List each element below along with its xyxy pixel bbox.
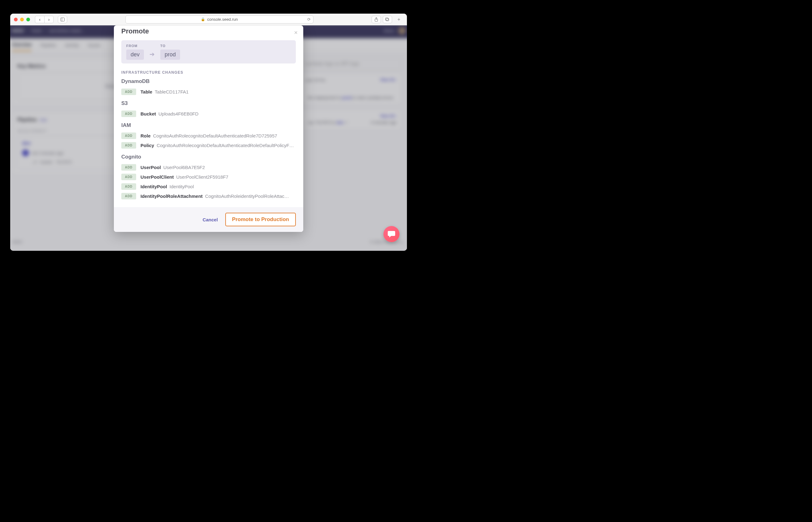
forward-button[interactable]: › [44, 16, 54, 23]
minimize-window-button[interactable] [20, 18, 24, 21]
svg-rect-0 [61, 18, 65, 21]
new-tab-button[interactable]: + [395, 14, 403, 25]
change-row: ADDTableTableCD117FA1 [121, 87, 296, 97]
browser-window: ‹ › 🔒 console.seed.run ⟳ + SEED › [10, 14, 407, 251]
svg-rect-4 [386, 18, 388, 20]
arrow-right-icon: ➔ [149, 51, 155, 58]
window-controls [14, 18, 30, 21]
reload-icon[interactable]: ⟳ [307, 17, 311, 22]
infra-changes-label: INFRASTRUCTURE CHANGES [121, 70, 296, 75]
change-action-badge: ADD [121, 142, 136, 148]
resource-type: UserPool [141, 165, 161, 170]
resource-type: Policy [141, 143, 154, 148]
resource-type: Table [141, 89, 152, 95]
to-label: TO [160, 44, 180, 48]
change-row: ADDUserPoolUserPool6BA7E5F2 [121, 163, 296, 172]
promote-to-production-button[interactable]: Promote to Production [225, 213, 296, 226]
change-action-badge: ADD [121, 111, 136, 117]
service-name: DynamoDB [121, 78, 296, 84]
modal-footer: Cancel Promote to Production [114, 207, 303, 232]
resource-id: IdentityPool [170, 184, 194, 189]
resource-id: Uploads4F6EB0FD [159, 111, 199, 116]
change-action-badge: ADD [121, 193, 136, 199]
page-content: SEED › frank / serverless-stack... Docs … [10, 25, 407, 251]
resource-id: CognitoAuthRolecognitoDefaultAuthenticat… [157, 143, 294, 148]
change-action-badge: ADD [121, 88, 136, 95]
resource-type: UserPoolClient [141, 174, 174, 180]
sidebar-toggle-button[interactable] [58, 16, 67, 23]
from-label: FROM [126, 44, 144, 48]
from-stage: dev [126, 49, 144, 60]
resource-id: UserPool6BA7E5F2 [163, 165, 205, 170]
nav-back-forward: ‹ › [35, 16, 54, 23]
modal-title: Promote [121, 27, 296, 35]
change-row: ADDIdentityPoolRoleAttachmentCognitoAuth… [121, 191, 296, 201]
maximize-window-button[interactable] [26, 18, 30, 21]
resource-id: CognitoAuthRolecognitoDefaultAuthenticat… [153, 133, 277, 138]
chat-widget-button[interactable] [383, 226, 399, 242]
share-button[interactable] [372, 16, 381, 23]
change-row: ADDIdentityPoolIdentityPool [121, 182, 296, 191]
resource-type: Role [141, 133, 151, 138]
promote-modal: Promote × FROM dev ➔ TO prod INFRASTRUCT… [114, 25, 303, 232]
resource-type: IdentityPoolRoleAttachment [141, 194, 203, 199]
change-row: ADDBucketUploads4F6EB0FD [121, 109, 296, 119]
service-name: Cognito [121, 154, 296, 160]
service-name: IAM [121, 122, 296, 128]
change-row: ADDPolicyCognitoAuthRolecognitoDefaultAu… [121, 141, 296, 150]
resource-type: Bucket [141, 111, 156, 116]
browser-titlebar: ‹ › 🔒 console.seed.run ⟳ + [10, 14, 407, 25]
service-name: S3 [121, 100, 296, 106]
svg-rect-3 [386, 18, 389, 21]
url-text: console.seed.run [207, 17, 238, 22]
change-action-badge: ADD [121, 164, 136, 170]
resource-id: TableCD117FA1 [155, 89, 188, 95]
change-row: ADDRoleCognitoAuthRolecognitoDefaultAuth… [121, 131, 296, 141]
change-action-badge: ADD [121, 183, 136, 190]
tabs-button[interactable] [383, 16, 392, 23]
resource-id: CognitoAuthRoleidentityPoolRoleAttac… [205, 194, 289, 199]
resource-id: UserPoolClient2F5918F7 [176, 174, 228, 180]
cancel-button[interactable]: Cancel [203, 217, 218, 222]
to-stage: prod [160, 49, 180, 60]
close-icon[interactable]: × [294, 29, 298, 36]
address-bar[interactable]: 🔒 console.seed.run ⟳ [125, 16, 313, 23]
change-action-badge: ADD [121, 174, 136, 180]
change-row: ADDUserPoolClientUserPoolClient2F5918F7 [121, 172, 296, 182]
resource-type: IdentityPool [141, 184, 167, 189]
back-button[interactable]: ‹ [35, 16, 44, 23]
lock-icon: 🔒 [201, 17, 205, 21]
change-action-badge: ADD [121, 133, 136, 139]
titlebar-right [372, 16, 392, 23]
from-to-box: FROM dev ➔ TO prod [121, 40, 296, 63]
close-window-button[interactable] [14, 18, 18, 21]
